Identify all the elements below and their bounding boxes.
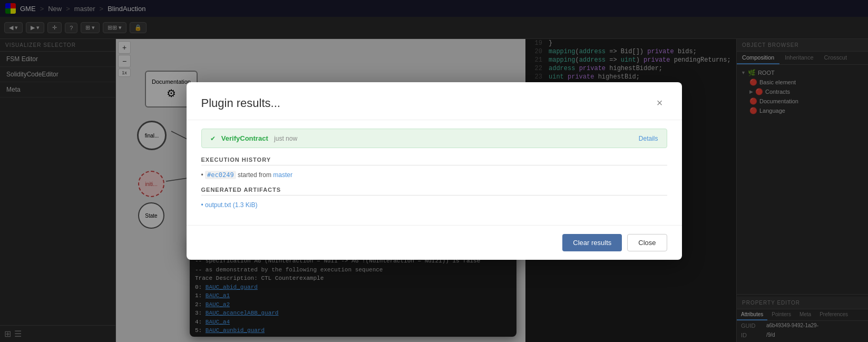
- result-box: ✔ VerifyContract just now Details: [201, 129, 667, 148]
- execution-history-section: EXECUTION HISTORY • #ec0249 started from…: [201, 157, 667, 180]
- modal-title: Plugin results...: [201, 96, 280, 110]
- modal-overlay[interactable]: Plugin results... × ✔ VerifyContract jus…: [0, 0, 868, 342]
- result-details-link[interactable]: Details: [639, 135, 658, 142]
- artifact-item[interactable]: • output.txt (1.3 KiB): [201, 200, 667, 210]
- result-time: just now: [274, 135, 297, 142]
- generated-artifacts-header: GENERATED ARTIFACTS: [201, 187, 667, 196]
- clear-results-button[interactable]: Clear results: [562, 234, 622, 251]
- plugin-results-modal: Plugin results... × ✔ VerifyContract jus…: [187, 82, 682, 260]
- modal-close-button[interactable]: ×: [652, 95, 667, 111]
- modal-body: ✔ VerifyContract just now Details EXECUT…: [187, 120, 682, 225]
- exec-text: started from: [238, 171, 273, 179]
- exec-history-item: • #ec0249 started from master: [201, 170, 667, 180]
- result-check-icon: ✔: [210, 135, 216, 142]
- generated-artifacts-section: GENERATED ARTIFACTS • output.txt (1.3 Ki…: [201, 187, 667, 210]
- commit-hash[interactable]: #ec0249: [205, 171, 236, 179]
- plugin-name: VerifyContract: [221, 134, 268, 142]
- modal-footer: Clear results Close: [187, 225, 682, 260]
- modal-close-footer-button[interactable]: Close: [627, 234, 667, 251]
- execution-history-header: EXECUTION HISTORY: [201, 157, 667, 165]
- branch-link[interactable]: master: [273, 171, 292, 179]
- result-info: ✔ VerifyContract just now: [210, 134, 298, 142]
- modal-header: Plugin results... ×: [187, 82, 682, 120]
